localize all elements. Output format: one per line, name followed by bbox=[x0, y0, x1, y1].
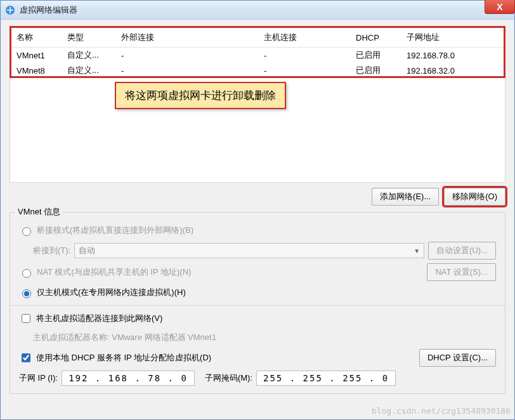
nat-mode-row: NAT 模式(与虚拟机共享主机的 IP 地址)(N) NAT 设置(S)... bbox=[19, 263, 496, 281]
subnet-mask-input[interactable]: 255 . 255 . 255 . 0 bbox=[256, 371, 396, 386]
add-network-button[interactable]: 添加网络(E)... bbox=[372, 188, 439, 206]
nat-settings-button[interactable]: NAT 设置(S)... bbox=[427, 263, 496, 281]
col-type[interactable]: 类型 bbox=[62, 28, 116, 48]
nat-mode-label: NAT 模式(与虚拟机共享主机的 IP 地址)(N) bbox=[37, 266, 191, 278]
annotation-callout: 将这两项虚拟网卡进行卸载删除 bbox=[115, 82, 286, 109]
adapter-name-label: 主机虚拟适配器名称: VMware 网络适配器 VMnet1 bbox=[33, 332, 216, 343]
vmnet-info-legend: VMnet 信息 bbox=[15, 206, 63, 218]
col-dhcp[interactable]: DHCP bbox=[351, 28, 401, 48]
remove-network-button[interactable]: 移除网络(O) bbox=[444, 188, 505, 206]
close-icon: X bbox=[497, 2, 502, 12]
col-host[interactable]: 主机连接 bbox=[259, 28, 351, 48]
auto-settings-button[interactable]: 自动设置(U)... bbox=[428, 242, 496, 259]
bridge-to-label: 桥接到(T): bbox=[33, 245, 70, 256]
cell-type: 自定义... bbox=[62, 63, 116, 78]
app-icon bbox=[4, 4, 16, 16]
dhcp-settings-button[interactable]: DHCP 设置(C)... bbox=[419, 349, 496, 367]
cell-ext: - bbox=[116, 63, 259, 78]
connect-adapter-label: 将主机虚拟适配器连接到此网络(V) bbox=[36, 313, 162, 324]
adapter-name-row: 主机虚拟适配器名称: VMware 网络适配器 VMnet1 bbox=[33, 330, 496, 345]
table-row[interactable]: VMnet8 自定义... - - 已启用 192.168.32.0 bbox=[11, 63, 504, 78]
bridge-to-row: 桥接到(T): 自动 ▼ 自动设置(U)... bbox=[33, 242, 496, 259]
subnet-mask-label: 子网掩码(M): bbox=[205, 372, 252, 384]
use-dhcp-label: 使用本地 DHCP 服务将 IP 地址分配给虚拟机(D) bbox=[36, 352, 211, 364]
subnet-row: 子网 IP (I): 192 . 168 . 78 . 0 子网掩码(M): 2… bbox=[19, 371, 496, 386]
separator bbox=[10, 305, 505, 306]
bridge-mode-radio[interactable] bbox=[22, 227, 31, 236]
cell-name: VMnet8 bbox=[11, 63, 62, 78]
cell-subnet: 192.168.32.0 bbox=[401, 63, 504, 78]
use-dhcp-checkbox[interactable] bbox=[22, 353, 30, 362]
bridge-mode-row: 桥接模式(将虚拟机直接连接到外部网络)(B) bbox=[19, 223, 496, 238]
bridge-mode-label: 桥接模式(将虚拟机直接连接到外部网络)(B) bbox=[37, 225, 193, 236]
cell-name: VMnet1 bbox=[11, 48, 62, 63]
titlebar: 虚拟网络编辑器 X bbox=[1, 1, 514, 20]
table-header-row: 名称 类型 外部连接 主机连接 DHCP 子网地址 bbox=[11, 28, 504, 48]
hostonly-mode-row: 仅主机模式(在专用网络内连接虚拟机)(H) bbox=[19, 285, 496, 300]
nat-mode-radio[interactable] bbox=[22, 269, 31, 278]
bridge-to-value: 自动 bbox=[79, 245, 95, 256]
vmnet-info-group: VMnet 信息 桥接模式(将虚拟机直接连接到外部网络)(B) 桥接到(T): … bbox=[10, 212, 505, 394]
cell-ext: - bbox=[116, 48, 259, 63]
subnet-ip-label: 子网 IP (I): bbox=[19, 372, 58, 384]
network-table-highlight: 名称 类型 外部连接 主机连接 DHCP 子网地址 VMnet1 自定义... … bbox=[10, 26, 505, 78]
chevron-down-icon: ▼ bbox=[414, 247, 420, 254]
network-buttons-row: 添加网络(E)... 移除网络(O) bbox=[10, 183, 505, 209]
cell-dhcp: 已启用 bbox=[351, 48, 401, 63]
cell-host: - bbox=[259, 63, 351, 78]
col-ext[interactable]: 外部连接 bbox=[116, 28, 259, 48]
subnet-ip-input[interactable]: 192 . 168 . 78 . 0 bbox=[62, 371, 195, 386]
connect-adapter-checkbox[interactable] bbox=[22, 314, 30, 323]
cell-dhcp: 已启用 bbox=[351, 63, 401, 78]
cell-subnet: 192.168.78.0 bbox=[401, 48, 504, 63]
connect-adapter-row: 将主机虚拟适配器连接到此网络(V) bbox=[19, 311, 496, 326]
cell-host: - bbox=[259, 48, 351, 63]
use-dhcp-row: 使用本地 DHCP 服务将 IP 地址分配给虚拟机(D) DHCP 设置(C).… bbox=[19, 349, 496, 367]
watermark: blog.csdn.net/czg13548930186 bbox=[372, 406, 511, 416]
hostonly-mode-radio[interactable] bbox=[22, 289, 31, 298]
virtual-network-editor-window: 虚拟网络编辑器 X 名称 类型 外部连接 主机连接 DHCP 子 bbox=[0, 0, 515, 420]
network-table[interactable]: 名称 类型 外部连接 主机连接 DHCP 子网地址 VMnet1 自定义... … bbox=[11, 28, 504, 78]
content-area: 名称 类型 外部连接 主机连接 DHCP 子网地址 VMnet1 自定义... … bbox=[1, 20, 514, 397]
close-button[interactable]: X bbox=[485, 0, 515, 14]
cell-type: 自定义... bbox=[62, 48, 116, 63]
bridge-to-select[interactable]: 自动 ▼ bbox=[74, 243, 424, 258]
col-name[interactable]: 名称 bbox=[11, 28, 62, 48]
window-title: 虚拟网络编辑器 bbox=[20, 4, 77, 16]
col-subnet[interactable]: 子网地址 bbox=[401, 28, 504, 48]
hostonly-mode-label: 仅主机模式(在专用网络内连接虚拟机)(H) bbox=[37, 287, 186, 298]
table-row[interactable]: VMnet1 自定义... - - 已启用 192.168.78.0 bbox=[11, 48, 504, 63]
